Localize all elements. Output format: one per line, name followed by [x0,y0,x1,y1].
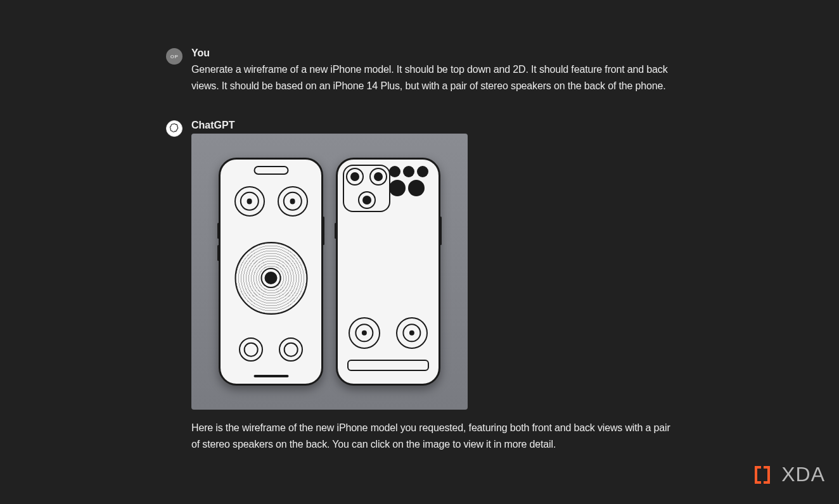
sender-name: You [191,47,673,59]
generated-image[interactable] [191,134,468,410]
chatgpt-logo-icon [169,123,180,134]
user-message: OP You Generate a wireframe of a new iPh… [166,47,673,94]
sender-name: ChatGPT [191,120,673,131]
assistant-message: ChatGPT [166,120,673,453]
message-content: You Generate a wireframe of a new iPhone… [191,47,673,94]
watermark-text: XDA [781,463,825,486]
wireframe-phone-back [336,158,440,386]
wireframe-phone-front [219,158,323,386]
user-message-text: Generate a wireframe of a new iPhone mod… [191,61,673,94]
assistant-avatar [166,120,183,137]
chat-container: OP You Generate a wireframe of a new iPh… [166,0,673,453]
assistant-message-text: Here is the wireframe of the new iPhone … [191,420,673,453]
message-content: ChatGPT [191,120,673,453]
xda-bracket-icon [755,463,778,486]
avatar-label: OP [170,54,179,60]
user-avatar: OP [166,48,183,65]
watermark: XDA [755,463,825,486]
